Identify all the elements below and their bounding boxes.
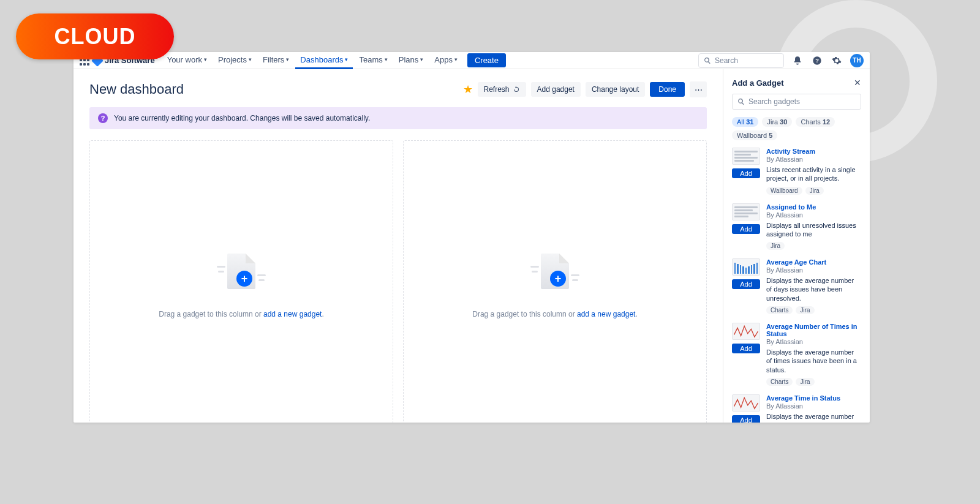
gadget-name[interactable]: Average Age Chart [766, 258, 860, 266]
filter-chip-charts[interactable]: Charts 12 [796, 117, 835, 127]
settings-icon[interactable] [831, 55, 843, 67]
gadget-tag[interactable]: Charts [766, 378, 793, 386]
gadget-description: Displays all unresolved issues assigned … [766, 221, 860, 239]
info-banner: ? You are currently editing your dashboa… [89, 107, 707, 129]
cloud-badge: CLOUD [16, 13, 174, 59]
banner-text: You are currently editing your dashboard… [114, 114, 370, 122]
add-gadget-link[interactable]: add a new gadget [263, 310, 322, 318]
gadget-item: AddActivity StreamBy AtlassianLists rece… [732, 148, 860, 195]
help-icon[interactable]: ? [811, 55, 823, 67]
gadget-thumb [732, 323, 760, 340]
gadget-item: AddAverage Number of Times in StatusBy A… [732, 323, 860, 386]
plus-circle-icon: + [236, 271, 252, 287]
gadget-add-button[interactable]: Add [732, 279, 760, 289]
close-icon[interactable]: ✕ [854, 78, 861, 88]
gadget-item: AddAverage Time in StatusBy AtlassianDis… [732, 394, 860, 423]
search-icon [737, 98, 745, 105]
user-avatar[interactable]: TH [850, 54, 864, 67]
nav-item-filters[interactable]: Filters▾ [258, 52, 294, 69]
gadget-description: Displays the average number of times iss… [766, 348, 860, 374]
gadget-thumb [732, 258, 760, 276]
gadget-add-button[interactable]: Add [732, 168, 760, 178]
gadget-tag[interactable]: Jira [766, 242, 785, 250]
nav-item-your-work[interactable]: Your work▾ [162, 52, 212, 69]
nav-item-teams[interactable]: Teams▾ [354, 52, 392, 69]
change-layout-button[interactable]: Change layout [586, 82, 645, 97]
star-icon[interactable]: ★ [463, 83, 473, 96]
global-search[interactable]: Search [698, 53, 784, 68]
empty-column-illustration: + [217, 250, 266, 299]
gadget-search-placeholder: Search gadgets [748, 97, 800, 106]
period: . [322, 310, 323, 318]
more-actions-button[interactable]: ⋯ [690, 81, 707, 97]
gadget-name[interactable]: Assigned to Me [766, 203, 860, 211]
nav-item-apps[interactable]: Apps▾ [429, 52, 462, 69]
gadget-thumb [732, 203, 760, 220]
app-window: Jira Software Your work▾Projects▾Filters… [74, 52, 870, 423]
gadget-name[interactable]: Average Time in Status [766, 394, 860, 402]
info-icon: ? [98, 113, 108, 123]
drag-hint-text: Drag a gadget to this column or [159, 310, 263, 318]
gadget-author: By Atlassian [766, 338, 860, 345]
panel-title: Add a Gadget [732, 78, 854, 88]
gadget-search[interactable]: Search gadgets [732, 94, 861, 110]
gadget-thumb [732, 394, 760, 412]
nav-item-dashboards[interactable]: Dashboards▾ [295, 52, 353, 69]
gadget-name[interactable]: Average Number of Times in Status [766, 323, 860, 337]
refresh-label: Refresh [484, 85, 510, 94]
gadget-description: Displays the average number of days issu… [766, 276, 860, 303]
gadget-tag[interactable]: Jira [805, 187, 824, 195]
gadget-name[interactable]: Activity Stream [766, 148, 860, 155]
gadget-description: Lists recent activity in a single projec… [766, 165, 860, 183]
period: . [635, 310, 637, 318]
gadget-author: By Atlassian [766, 402, 860, 410]
filter-chip-jira[interactable]: Jira 30 [762, 117, 792, 127]
refresh-button[interactable]: Refresh [478, 82, 526, 97]
gadget-tag[interactable]: Wallboard [766, 187, 802, 195]
add-gadget-button[interactable]: Add gadget [531, 82, 581, 97]
gadget-author: By Atlassian [766, 211, 860, 219]
filter-chip-wallboard[interactable]: Wallboard 5 [732, 130, 777, 140]
plus-circle-icon: + [550, 271, 566, 287]
gadget-tag[interactable]: Jira [796, 378, 814, 386]
gadget-author: By Atlassian [766, 266, 860, 274]
dashboard-column[interactable]: + Drag a gadget to this column or add a … [89, 140, 393, 423]
add-gadget-link[interactable]: add a new gadget [577, 310, 635, 318]
notifications-icon[interactable] [791, 55, 804, 67]
gadget-add-button[interactable]: Add [732, 224, 760, 234]
svg-text:?: ? [815, 58, 819, 64]
gadget-add-button[interactable]: Add [732, 344, 760, 353]
page-title: New dashboard [89, 81, 463, 97]
gadget-list: AddActivity StreamBy AtlassianLists rece… [732, 148, 861, 423]
done-button[interactable]: Done [650, 82, 685, 97]
gadget-add-button[interactable]: Add [732, 415, 760, 423]
category-chips: All 31Jira 30Charts 12Wallboard 5 [732, 117, 861, 140]
filter-chip-all[interactable]: All 31 [732, 117, 758, 127]
gadget-tag[interactable]: Jira [796, 306, 814, 314]
gadget-tag[interactable]: Charts [766, 306, 793, 314]
dashboard-column[interactable]: + Drag a gadget to this column or add a … [403, 140, 707, 423]
gadget-panel: Add a Gadget ✕ Search gadgets All 31Jira… [723, 69, 870, 423]
nav-items: Your work▾Projects▾Filters▾Dashboards▾Te… [162, 52, 462, 69]
dashboard-header: New dashboard ★ Refresh Add gadget Chang… [89, 81, 707, 97]
drag-hint-text: Drag a gadget to this column or [472, 310, 577, 318]
search-icon [704, 57, 711, 64]
gadget-thumb [732, 148, 760, 165]
gadget-author: By Atlassian [766, 156, 860, 163]
top-navigation: Jira Software Your work▾Projects▾Filters… [74, 52, 870, 69]
gadget-item: AddAverage Age ChartBy AtlassianDisplays… [732, 258, 860, 314]
refresh-icon [513, 86, 520, 93]
nav-item-plans[interactable]: Plans▾ [394, 52, 429, 69]
search-placeholder: Search [715, 56, 738, 65]
empty-column-illustration: + [530, 250, 579, 299]
nav-item-projects[interactable]: Projects▾ [213, 52, 257, 69]
gadget-description: Displays the average number of days reso… [766, 412, 860, 423]
gadget-item: AddAssigned to MeBy AtlassianDisplays al… [732, 203, 860, 250]
create-button[interactable]: Create [467, 53, 506, 67]
